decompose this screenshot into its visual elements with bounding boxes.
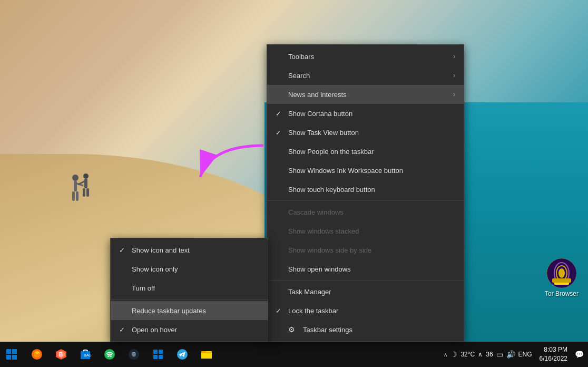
- menu-item-task-view[interactable]: ✓ Show Task View button: [267, 123, 464, 142]
- svg-rect-8: [86, 188, 89, 197]
- svg-point-13: [558, 268, 565, 278]
- menu-item-turn-off[interactable]: Turn off: [111, 278, 268, 297]
- svg-rect-2: [72, 191, 75, 201]
- sub-menu-separator: [111, 299, 268, 300]
- svg-rect-18: [12, 349, 17, 354]
- taskbar-firefox[interactable]: [25, 343, 48, 366]
- menu-item-news-interests[interactable]: News and interests ›: [267, 85, 464, 104]
- svg-rect-31: [153, 350, 158, 354]
- menu-item-toolbars[interactable]: Toolbars ›: [267, 47, 464, 66]
- menu-item-stacked: Show windows stacked: [267, 221, 464, 240]
- menu-item-task-manager[interactable]: Task Manager: [267, 282, 464, 301]
- svg-rect-19: [6, 355, 11, 360]
- arrow-toolbars: ›: [453, 53, 455, 60]
- clock[interactable]: 8:03 PM 6/16/2022: [535, 345, 572, 363]
- menu-item-side-by-side: Show windows side by side: [267, 240, 464, 259]
- svg-rect-1: [74, 181, 77, 191]
- menu-item-show-icon-only[interactable]: Show icon only: [111, 259, 268, 278]
- svg-rect-15: [552, 278, 571, 283]
- svg-rect-33: [153, 355, 158, 359]
- clock-date: 6/16/2022: [540, 354, 567, 363]
- wifi-signal: 36: [486, 351, 493, 358]
- separator-2: [267, 280, 464, 281]
- taskbar-spotify[interactable]: [98, 343, 121, 366]
- menu-item-touch-keyboard[interactable]: Show touch keyboard button: [267, 180, 464, 199]
- svg-point-0: [72, 175, 79, 181]
- gear-icon: ⚙: [288, 325, 299, 334]
- svg-text:BAG: BAG: [84, 353, 92, 357]
- taskbar-pinned-icons: B BAG: [23, 343, 439, 366]
- svg-rect-6: [84, 179, 87, 188]
- taskbar-store[interactable]: BAG: [74, 343, 97, 366]
- language-indicator[interactable]: ENG: [518, 351, 532, 358]
- menu-item-reduce-updates[interactable]: Reduce taskbar updates: [111, 301, 268, 320]
- battery-icon: ▭: [496, 350, 503, 359]
- menu-item-taskbar-settings[interactable]: ⚙ Taskbar settings: [267, 320, 464, 339]
- menu-item-cortana[interactable]: ✓ Show Cortana button: [267, 104, 464, 123]
- svg-point-5: [83, 173, 89, 179]
- check-show-icon-text: ✓: [119, 246, 130, 254]
- taskbar-telegram[interactable]: [171, 343, 194, 366]
- svg-rect-7: [83, 188, 85, 197]
- svg-rect-34: [159, 355, 163, 359]
- arrow-news: ›: [453, 91, 455, 98]
- menu-item-show-icon-text[interactable]: ✓ Show icon and text: [111, 240, 268, 259]
- menu-item-search[interactable]: Search ›: [267, 66, 464, 85]
- svg-text:B: B: [59, 352, 63, 358]
- system-tray: ∧ ☽ 32°C ∧ 36 ▭ 🔊 ENG 8:03 PM 6/16/2022 …: [439, 345, 588, 363]
- tor-browser-icon-image: [547, 258, 576, 288]
- svg-rect-37: [201, 351, 206, 353]
- arrow-search: ›: [453, 72, 455, 79]
- taskbar-brave[interactable]: B: [50, 343, 73, 366]
- beach-figures: [65, 165, 96, 212]
- start-button[interactable]: [0, 343, 23, 366]
- action-center-icon[interactable]: 💬: [575, 350, 584, 359]
- sub-context-menu: ✓ Show icon and text Show icon only Turn…: [110, 238, 268, 342]
- separator-1: [267, 200, 464, 201]
- menu-item-open-windows[interactable]: Show open windows: [267, 259, 464, 278]
- svg-rect-3: [76, 191, 79, 201]
- windows-icon: [5, 348, 18, 361]
- show-hidden-icons[interactable]: ∧: [444, 352, 447, 358]
- menu-item-ink-workspace[interactable]: Show Windows Ink Workspace button: [267, 161, 464, 180]
- temperature-display: 32°C: [460, 351, 475, 358]
- taskbar-files[interactable]: [195, 343, 218, 366]
- tor-browser-desktop-icon[interactable]: Tor Browser: [545, 258, 579, 297]
- main-context-menu: Toolbars › Search › News and interests ›…: [267, 44, 464, 342]
- menu-item-lock-taskbar[interactable]: ✓ Lock the taskbar: [267, 301, 464, 320]
- network-icon[interactable]: ∧: [478, 351, 483, 358]
- sleep-icon: ☽: [450, 350, 457, 359]
- svg-rect-32: [159, 350, 163, 354]
- clock-time: 8:03 PM: [544, 345, 567, 354]
- menu-item-people[interactable]: Show People on the taskbar: [267, 142, 464, 161]
- taskbar-windows11[interactable]: [146, 343, 170, 366]
- volume-icon[interactable]: 🔊: [506, 350, 515, 359]
- menu-item-cascade: Cascade windows: [267, 202, 464, 221]
- tor-browser-label: Tor Browser: [545, 290, 579, 297]
- taskbar: B BAG: [0, 342, 588, 367]
- check-open-hover: ✓: [119, 326, 130, 334]
- svg-rect-20: [12, 355, 17, 360]
- taskbar-steam[interactable]: [122, 343, 145, 366]
- svg-rect-17: [6, 349, 11, 354]
- menu-item-open-hover[interactable]: ✓ Open on hover: [111, 320, 268, 339]
